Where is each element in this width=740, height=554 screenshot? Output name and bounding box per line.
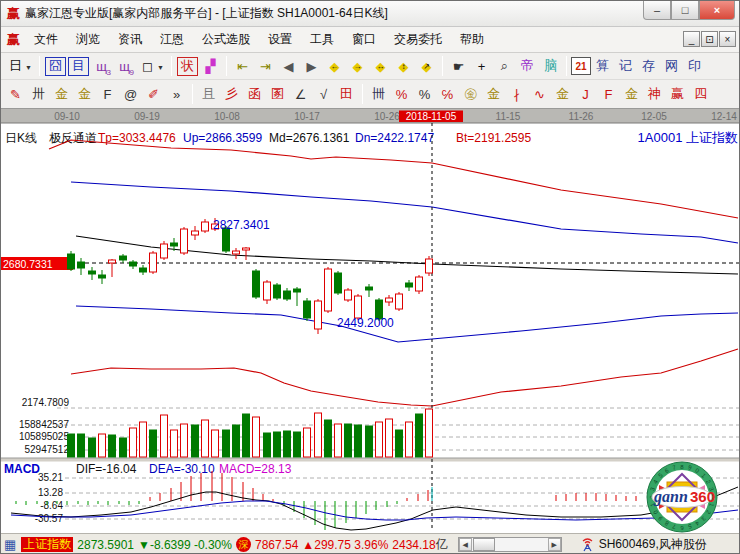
sh-index-change: ▼-8.6399 -0.30%	[138, 538, 232, 552]
minute-9-chart-icon[interactable]: щ9	[113, 56, 136, 77]
smart-analysis-icon[interactable]: 脑	[539, 56, 562, 77]
mdi-minimize-button[interactable]: _	[683, 31, 700, 47]
menu-item-5[interactable]: 设置	[259, 28, 301, 51]
measure-pen-icon[interactable]: ✐	[142, 84, 165, 105]
gold-angle-icon[interactable]: 金	[551, 84, 574, 105]
save-icon[interactable]: 存	[637, 56, 660, 77]
candle-pen-icon[interactable]: ∤	[505, 84, 528, 105]
next-bar-icon[interactable]: ▶	[300, 56, 323, 77]
box-tool-icon[interactable]: 且	[197, 84, 220, 105]
volume-bar	[355, 425, 362, 457]
percent-icon[interactable]: %	[413, 84, 436, 105]
scrollbar-thumb[interactable]	[473, 538, 495, 551]
volume-bar	[325, 420, 332, 457]
macd-scale-label: -8.64	[40, 500, 63, 511]
index-badge[interactable]: 上证指数	[21, 537, 73, 552]
calendar-icon[interactable]: 21	[571, 57, 591, 75]
menu-item-1[interactable]: 浏览	[67, 28, 109, 51]
menu-item-6[interactable]: 工具	[301, 28, 343, 51]
si-angle-icon[interactable]: 四	[689, 84, 712, 105]
scroll-left-icon[interactable]: ◀	[459, 538, 472, 551]
f-angle-icon[interactable]: F	[597, 84, 620, 105]
gann-tools-icon[interactable]: 帝	[516, 56, 539, 77]
draw-pen-icon[interactable]: ✎	[4, 84, 27, 105]
percent-line-icon[interactable]: ℅	[436, 84, 459, 105]
angle-line-icon[interactable]: ∠	[289, 84, 312, 105]
hand-pan-icon[interactable]: ☛	[447, 56, 470, 77]
spiral-tool-icon[interactable]: @	[119, 84, 142, 105]
volume-bars-icon[interactable]: 卌	[367, 84, 390, 105]
toolbar-separator	[566, 56, 567, 76]
pan-right-icon[interactable]: ◆→	[346, 56, 369, 77]
mdi-restore-button[interactable]: ⊡	[701, 31, 718, 47]
gold-angle2-icon[interactable]: 金	[620, 84, 643, 105]
first-bar-icon[interactable]: ⇤	[231, 56, 254, 77]
f10-info-icon[interactable]: 目	[68, 57, 89, 76]
horizontal-scrollbar[interactable]: ◀ ▶	[458, 537, 562, 552]
fan-box2-icon[interactable]: 圂	[266, 84, 289, 105]
close-button[interactable]: ×	[699, 1, 735, 20]
menu-item-3[interactable]: 江恩	[151, 28, 193, 51]
magnifier-icon[interactable]: ⌕	[493, 56, 516, 77]
wave-tool-icon[interactable]: ∿	[528, 84, 551, 105]
menu-item-7[interactable]: 窗口	[343, 28, 385, 51]
crosshair-icon[interactable]: +	[470, 56, 493, 77]
kline-style-icon[interactable]: 日▼	[4, 56, 27, 77]
volume-bar	[78, 434, 85, 457]
volume-bar	[335, 424, 342, 457]
minute-3-chart-icon[interactable]: щ3	[90, 56, 113, 77]
mdi-close-button[interactable]: ×	[719, 31, 736, 47]
calculator-icon[interactable]: 算	[591, 56, 614, 77]
gold-circle-icon[interactable]: ㊎	[459, 84, 482, 105]
menu-item-2[interactable]: 资讯	[109, 28, 151, 51]
candle	[274, 285, 281, 298]
gold-line-icon[interactable]: 金	[482, 84, 505, 105]
print-icon[interactable]: 印	[683, 56, 706, 77]
current-stock-label[interactable]: SH600469,风神股份	[599, 536, 707, 553]
menu-item-0[interactable]: 文件	[25, 28, 67, 51]
minimize-button[interactable]: –	[643, 1, 671, 20]
main-chart[interactable]: 09-1009-1910-0810-1710-262018-11-0511-15…	[1, 109, 740, 533]
color-histogram-icon[interactable]: ▞	[199, 56, 222, 77]
menu-item-4[interactable]: 公式选股	[193, 28, 259, 51]
shenzhen-icon[interactable]: 深	[236, 537, 251, 552]
quote-board-icon[interactable]: 囧	[45, 57, 66, 76]
candle	[192, 231, 199, 235]
grid-icon[interactable]: ▦	[4, 537, 16, 552]
candle	[325, 269, 332, 311]
zoom-free-icon[interactable]: ◆↗	[415, 56, 438, 77]
hollow-candle-icon[interactable]: ◻▼	[136, 56, 159, 77]
maximize-button[interactable]: □	[671, 1, 699, 20]
volume-bar	[68, 434, 75, 457]
fan-box-icon[interactable]: 函	[243, 84, 266, 105]
volume-bar	[212, 430, 219, 457]
prev-bar-icon[interactable]: ◀	[277, 56, 300, 77]
j-angle-icon[interactable]: J	[574, 84, 597, 105]
ying-angle-icon[interactable]: 赢	[666, 84, 689, 105]
date-label: 12-05	[641, 111, 667, 122]
gold-grid-icon[interactable]: 金	[50, 84, 73, 105]
zoom-vertical-icon[interactable]: ◆↕	[392, 56, 415, 77]
trend-draw-icon[interactable]: 状	[177, 57, 198, 76]
macd-label: MACD	[4, 462, 40, 476]
notebook-icon[interactable]: 记	[614, 56, 637, 77]
last-bar-icon[interactable]: ⇥	[254, 56, 277, 77]
menu-item-9[interactable]: 帮助	[451, 28, 493, 51]
zigzag-icon[interactable]: √	[312, 84, 335, 105]
more-tools-icon[interactable]: »	[165, 84, 188, 105]
gann-fan-icon[interactable]: 彡	[220, 84, 243, 105]
pan-left-icon[interactable]: ◆←	[323, 56, 346, 77]
shen-angle-icon[interactable]: 神	[643, 84, 666, 105]
gann-grid-icon[interactable]: 卅	[27, 84, 50, 105]
menu-item-8[interactable]: 交易委托	[385, 28, 451, 51]
share-icon[interactable]: 网	[660, 56, 683, 77]
zoom-horizontal-icon[interactable]: ◆↔	[369, 56, 392, 77]
percent-fan-icon[interactable]: %	[390, 84, 413, 105]
scroll-right-icon[interactable]: ▶	[548, 538, 561, 551]
volume-bar	[109, 435, 116, 457]
fib-grid-icon[interactable]: F	[96, 84, 119, 105]
red-grid-icon[interactable]: 田	[335, 84, 358, 105]
candle	[140, 268, 147, 272]
gold-grid2-icon[interactable]: 金	[73, 84, 96, 105]
sz-index-change: ▲299.75 3.96%	[302, 538, 388, 552]
